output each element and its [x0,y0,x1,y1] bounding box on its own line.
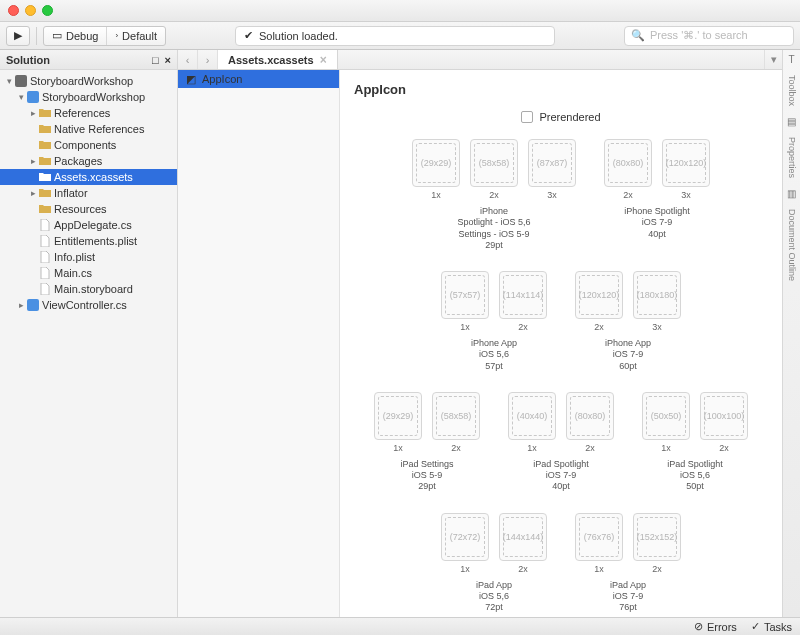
image-well-placeholder: (152x152) [637,517,677,557]
sidebar-pin-icon[interactable]: □ [152,54,159,66]
tree-item[interactable]: Entitlements.plist [0,233,177,249]
folder-icon [38,187,52,199]
image-well[interactable]: (58x58) [470,139,518,187]
toolbox-tab-icon[interactable]: T [788,54,794,65]
scale-label: 2x [652,564,662,574]
image-well[interactable]: (58x58) [432,392,480,440]
disclosure-icon[interactable]: ▸ [28,108,38,118]
image-well[interactable]: (57x57) [441,271,489,319]
tree-item[interactable]: ▸Packages [0,153,177,169]
image-well[interactable]: (114x114) [499,271,547,319]
image-well-placeholder: (87x87) [532,143,572,183]
status-message: ✔ Solution loaded. [235,26,555,46]
svg-rect-2 [27,299,39,311]
tree-item[interactable]: Main.cs [0,265,177,281]
outline-tab-icon[interactable]: ▥ [787,188,796,199]
file-icon [38,267,52,279]
scale-label: 2x [594,322,604,332]
tab-assets[interactable]: Assets.xcassets × [218,50,338,69]
tree-item[interactable]: ▾StoryboardWorkshop [0,89,177,105]
tree-item-label: Packages [52,155,102,167]
minimize-window-icon[interactable] [25,5,36,16]
errors-button[interactable]: ⊘Errors [694,620,737,633]
tree-item[interactable]: Info.plist [0,249,177,265]
close-icon[interactable]: × [320,53,327,67]
toolbox-tab[interactable]: Toolbox [787,75,797,106]
tree-item[interactable]: Main.storyboard [0,281,177,297]
tree-item[interactable]: Native References [0,121,177,137]
properties-tab[interactable]: Properties [787,137,797,178]
sidebar-close-icon[interactable]: × [165,54,171,66]
image-well[interactable]: (152x152) [633,513,681,561]
group-label: iPad Settings iOS 5-9 29pt [400,459,453,493]
tab-overflow-button[interactable]: ▾ [764,50,782,69]
group-label: iPhone App iOS 5,6 57pt [471,338,517,372]
tree-item-label: References [52,107,110,119]
solution-tree[interactable]: ▾StoryboardWorkshop▾StoryboardWorkshop▸R… [0,70,177,617]
hammer-icon: ▭ [52,29,62,42]
image-well[interactable]: (120x120) [575,271,623,319]
disclosure-icon[interactable]: ▸ [16,300,26,310]
image-well[interactable]: (72x72) [441,513,489,561]
properties-tab-icon[interactable]: ▤ [787,116,796,127]
image-well[interactable]: (87x87) [528,139,576,187]
search-icon: 🔍 [631,29,645,42]
image-well[interactable]: (50x50) [642,392,690,440]
group-label: iPad Spotlight iOS 7-9 40pt [533,459,589,493]
sln-icon [14,75,28,87]
search-input[interactable]: 🔍 Press '⌘.' to search [624,26,794,46]
image-well[interactable]: (40x40) [508,392,556,440]
disclosure-icon[interactable]: ▾ [4,76,14,86]
run-configuration[interactable]: ▭Debug ›Default [43,26,166,46]
tree-item[interactable]: Resources [0,201,177,217]
tree-item[interactable]: ▸References [0,105,177,121]
scale-label: 2x [719,443,729,453]
zoom-window-icon[interactable] [42,5,53,16]
image-well-placeholder: (120x120) [666,143,706,183]
image-well[interactable]: (29x29) [412,139,460,187]
scale-label: 2x [518,564,528,574]
image-well[interactable]: (144x144) [499,513,547,561]
nav-forward-button[interactable]: › [198,50,218,69]
disclosure-icon[interactable]: ▸ [28,156,38,166]
image-well-placeholder: (72x72) [445,517,485,557]
tree-item[interactable]: Assets.xcassets [0,169,177,185]
document-outline-tab[interactable]: Document Outline [787,209,797,281]
disclosure-icon[interactable]: ▾ [16,92,26,102]
folder-icon [38,107,52,119]
image-well[interactable]: (76x76) [575,513,623,561]
image-well[interactable]: (120x120) [662,139,710,187]
image-well[interactable]: (180x180) [633,271,681,319]
image-well-placeholder: (120x120) [579,275,619,315]
image-well[interactable]: (80x80) [566,392,614,440]
tree-item-label: ViewController.cs [40,299,127,311]
image-well-placeholder: (58x58) [474,143,514,183]
svg-rect-1 [27,91,39,103]
run-button[interactable]: ▶ [6,26,30,46]
icon-group: (50x50)1x(100x100)2xiPad Spotlight iOS 5… [642,392,748,493]
scale-label: 3x [547,190,557,200]
icon-group: (40x40)1x(80x80)2xiPad Spotlight iOS 7-9… [508,392,614,493]
image-well[interactable]: (29x29) [374,392,422,440]
tree-item[interactable]: ▾StoryboardWorkshop [0,73,177,89]
asset-canvas[interactable]: AppIcon Prerendered (29x29)1x(58x58)2x(8… [340,70,782,617]
tree-item[interactable]: AppDelegate.cs [0,217,177,233]
asset-item-appicon[interactable]: ◩ AppIcon [178,70,339,88]
tasks-button[interactable]: ✓Tasks [751,620,792,633]
icon-group: (29x29)1x(58x58)2x(87x87)3xiPhone Spotli… [412,139,576,251]
scale-label: 1x [661,443,671,453]
tree-item-label: Resources [52,203,107,215]
image-well-placeholder: (57x57) [445,275,485,315]
image-well[interactable]: (100x100) [700,392,748,440]
nav-back-button[interactable]: ‹ [178,50,198,69]
disclosure-icon[interactable]: ▸ [28,188,38,198]
prerendered-checkbox[interactable] [521,111,533,123]
tree-item[interactable]: ▸ViewController.cs [0,297,177,313]
tree-item[interactable]: ▸Inflator [0,185,177,201]
config-target: Default [122,30,157,42]
image-well[interactable]: (80x80) [604,139,652,187]
asset-list[interactable]: ◩ AppIcon [178,70,340,617]
tree-item[interactable]: Components [0,137,177,153]
tree-item-label: StoryboardWorkshop [28,75,133,87]
close-window-icon[interactable] [8,5,19,16]
